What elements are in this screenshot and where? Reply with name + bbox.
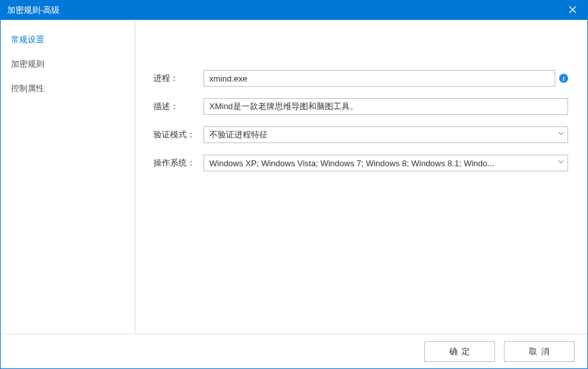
form-row-verify-mode: 验证模式： 不验证进程特征 — [153, 126, 568, 143]
sidebar-item-label: 加密规则 — [11, 59, 44, 69]
titlebar: 加密规则-高级 — [1, 1, 587, 20]
description-input[interactable] — [203, 98, 568, 115]
sidebar-item-label: 控制属性 — [11, 83, 44, 93]
os-field: Windows XP; Windows Vista; Windows 7; Wi… — [203, 155, 568, 171]
process-input[interactable] — [203, 70, 555, 87]
close-button[interactable] — [563, 1, 582, 20]
process-label: 进程： — [153, 73, 203, 84]
verify-mode-label: 验证模式： — [153, 129, 203, 141]
process-field: i — [203, 70, 568, 87]
description-label: 描述： — [153, 101, 203, 112]
form-row-description: 描述： — [153, 98, 568, 115]
sidebar-item-general[interactable]: 常规设置 — [1, 28, 135, 52]
os-value: Windows XP; Windows Vista; Windows 7; Wi… — [209, 159, 556, 168]
sidebar-item-control-attr[interactable]: 控制属性 — [1, 76, 135, 101]
chevron-down-icon — [558, 160, 564, 166]
description-field — [203, 98, 568, 115]
verify-mode-field: 不验证进程特征 — [203, 126, 568, 143]
verify-mode-select[interactable]: 不验证进程特征 — [203, 126, 568, 143]
os-label: 操作系统： — [153, 157, 203, 169]
dialog-window: 加密规则-高级 常规设置 加密规则 控制属性 进程： i — [0, 0, 588, 369]
form-row-process: 进程： i — [153, 70, 568, 87]
dialog-body: 常规设置 加密规则 控制属性 进程： i 描述： — [1, 20, 587, 334]
chevron-down-icon — [558, 132, 564, 137]
os-select[interactable]: Windows XP; Windows Vista; Windows 7; Wi… — [203, 155, 568, 171]
footer: 确定 取消 — [1, 334, 587, 368]
verify-mode-value: 不验证进程特征 — [209, 129, 556, 141]
form-row-os: 操作系统： Windows XP; Windows Vista; Windows… — [153, 155, 568, 171]
ok-button[interactable]: 确定 — [424, 341, 495, 362]
cancel-button[interactable]: 取消 — [504, 341, 575, 362]
window-title: 加密规则-高级 — [7, 4, 563, 16]
sidebar-item-label: 常规设置 — [11, 35, 44, 44]
close-icon — [569, 6, 576, 15]
sidebar-item-encrypt-rule[interactable]: 加密规则 — [1, 52, 135, 76]
info-icon[interactable]: i — [559, 74, 568, 83]
content-panel: 进程： i 描述： 验证模式： 不验证进程特征 — [135, 20, 587, 334]
sidebar: 常规设置 加密规则 控制属性 — [1, 20, 135, 334]
